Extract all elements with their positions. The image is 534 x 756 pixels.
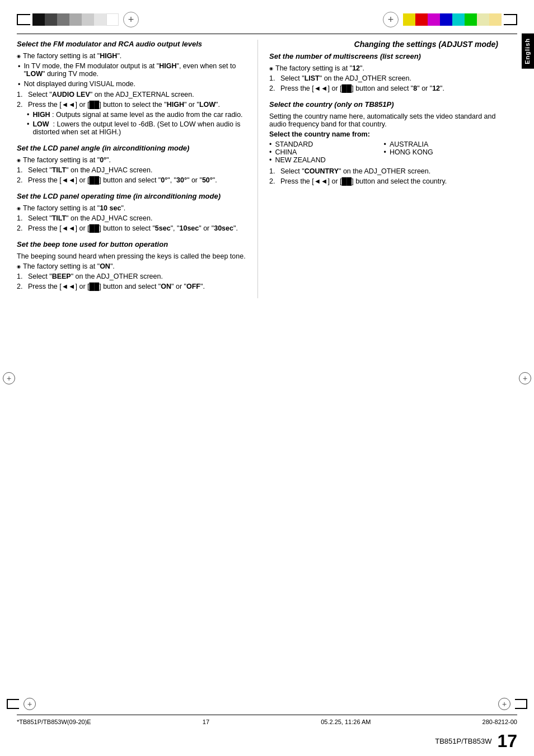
swatch-magenta bbox=[428, 13, 440, 26]
bottom-left-marks: + bbox=[7, 698, 36, 710]
fm-modulator-factory-note: ◉ The factory setting is at "HIGH". bbox=[17, 52, 246, 60]
page-wrapper: English + + Select the FM modulator and … bbox=[0, 0, 534, 756]
country-grid: • STANDARD • AUSTRALIA • CHINA • HONG KO… bbox=[269, 140, 498, 164]
beep-step-2: 2. Press the [◄◄] or [██] button and sel… bbox=[17, 283, 246, 290]
swatch-pale-yellow bbox=[477, 13, 489, 26]
lcd-time-step-1: 1. Select "TILT" on the ADJ_HVAC screen. bbox=[17, 214, 246, 222]
footer-date: 05.2.25, 11:26 AM bbox=[321, 719, 371, 725]
swatch-white bbox=[106, 13, 119, 26]
corner-mark-bottom-left bbox=[7, 699, 19, 709]
lcd-time-step-2: 2. Press the [◄◄] or [██] button to sele… bbox=[17, 224, 246, 232]
beep-description: The beeping sound heard when pressing th… bbox=[17, 252, 246, 260]
reg-circle-top-right bbox=[383, 12, 399, 27]
country-step-1: 1. Select "COUNTRY" on the ADJ_OTHER scr… bbox=[269, 167, 498, 175]
fm-modulator-heading: Select the FM modulator and RCA audio ou… bbox=[17, 40, 246, 49]
country-step-2: 2. Press the [◄◄] or [██] button and sel… bbox=[269, 177, 498, 185]
section-fm-modulator: Select the FM modulator and RCA audio ou… bbox=[17, 40, 246, 136]
section-lcd-angle: Set the LCD panel angle (in aircondition… bbox=[17, 144, 246, 184]
beep-factory-note: ◉ The factory setting is at "ON". bbox=[17, 262, 246, 270]
left-corner-mark-top bbox=[17, 14, 30, 25]
footer-row: *TB851P/TB853W(09-20)E 17 05.2.25, 11:26… bbox=[0, 715, 534, 729]
swatch-near-white bbox=[94, 13, 106, 26]
country-list-label: Select the country name from: bbox=[269, 130, 498, 138]
right-color-bar bbox=[403, 13, 502, 26]
footer-model-file: *TB851P/TB853W(09-20)E bbox=[17, 719, 91, 725]
country-standard: • STANDARD bbox=[269, 140, 384, 148]
section-lcd-time: Set the LCD panel operating time (in air… bbox=[17, 192, 246, 232]
reg-circle-top-left bbox=[123, 12, 139, 27]
swatch-mid-gray bbox=[57, 13, 69, 26]
lcd-angle-step-1: 1. Select "TILT" on the ADJ_HVAC screen. bbox=[17, 166, 246, 174]
mid-reg-circle-right: + bbox=[519, 372, 531, 384]
page-title-block: Changing the settings (ADJUST mode) bbox=[269, 40, 498, 49]
country-china: • CHINA bbox=[269, 148, 384, 156]
multiscreen-step-1: 1. Select "LIST" on the ADJ_OTHER screen… bbox=[269, 74, 498, 82]
multiscreen-heading: Set the number of multiscreens (list scr… bbox=[269, 52, 498, 62]
right-corner-mark-top bbox=[504, 14, 517, 25]
country-australia: • AUSTRALIA bbox=[384, 140, 499, 148]
fm-bullet-1: • In TV mode, the FM modulator output is… bbox=[17, 62, 246, 78]
country-heading: Select the country (only on TB851P) bbox=[269, 100, 498, 110]
multiscreen-step-2: 2. Press the [◄◄] or [██] button and sel… bbox=[269, 84, 498, 92]
beep-step-1: 1. Select "BEEP" on the ADJ_OTHER screen… bbox=[17, 273, 246, 280]
mid-reg-circle-left: + bbox=[3, 372, 15, 384]
section-beep: Set the beep tone used for button operat… bbox=[17, 240, 246, 290]
swatch-lighter-gray bbox=[82, 13, 94, 26]
fm-sub-low: • LOW : Lowers the output level to -6dB.… bbox=[17, 120, 246, 136]
footer-part-number: 280-8212-00 bbox=[483, 719, 517, 725]
swatch-black bbox=[32, 13, 45, 26]
lcd-time-heading: Set the LCD panel operating time (in air… bbox=[17, 192, 246, 201]
swatch-light-gray bbox=[69, 13, 82, 26]
lcd-angle-heading: Set the LCD panel angle (in aircondition… bbox=[17, 144, 246, 153]
left-color-bar bbox=[32, 13, 119, 26]
swatch-yellow bbox=[403, 13, 415, 26]
right-column: Changing the settings (ADJUST mode) Set … bbox=[257, 40, 498, 298]
swatch-dark-gray bbox=[45, 13, 57, 26]
footer-page-center: 17 bbox=[203, 719, 209, 725]
fm-step-1: 1. Select "AUDIO LEV" on the ADJ_EXTERNA… bbox=[17, 91, 246, 98]
fm-sub-high: • HIGH : Outputs signal at same level as… bbox=[17, 111, 246, 119]
section-multiscreen: Set the number of multiscreens (list scr… bbox=[269, 52, 498, 92]
bottom-reg-row: + + bbox=[0, 696, 534, 712]
model-ref: TB851P/TB853W bbox=[435, 737, 491, 745]
section-country: Select the country (only on TB851P) Sett… bbox=[269, 100, 498, 185]
lcd-angle-factory-note: ◉ The factory setting is at "0°". bbox=[17, 156, 246, 164]
swatch-red bbox=[415, 13, 428, 26]
corner-mark-bottom-right bbox=[515, 699, 527, 709]
lcd-time-factory-note: ◉ The factory setting is at "10 sec". bbox=[17, 204, 246, 212]
swatch-light-yellow bbox=[489, 13, 502, 26]
top-bar bbox=[0, 0, 534, 34]
country-new-zealand: • NEW ZEALAND bbox=[269, 156, 384, 164]
page-title: Changing the settings (ADJUST mode) bbox=[354, 40, 498, 49]
reg-circle-bottom-right: + bbox=[498, 698, 510, 710]
top-right-marks bbox=[378, 12, 517, 27]
bottom-right-marks: + bbox=[498, 698, 527, 710]
swatch-blue bbox=[440, 13, 452, 26]
page-number: 17 bbox=[497, 731, 517, 752]
page-number-block: TB851P/TB853W 17 bbox=[0, 729, 534, 756]
country-hong-kong: • HONG KONG bbox=[384, 148, 499, 156]
swatch-green bbox=[465, 13, 477, 26]
top-left-marks bbox=[17, 12, 143, 27]
reg-circle-bottom-left: + bbox=[24, 698, 36, 710]
multiscreen-factory-note: ◉ The factory setting is at "12". bbox=[269, 64, 498, 72]
lcd-angle-step-2: 2. Press the [◄◄] or [██] button and sel… bbox=[17, 176, 246, 184]
swatch-cyan bbox=[452, 13, 465, 26]
main-content: Select the FM modulator and RCA audio ou… bbox=[0, 34, 534, 298]
bottom-area: + + *TB851P/TB853W(09-20)E 17 05.2.25, 1… bbox=[0, 696, 534, 756]
fm-step-2: 2. Press the [◄◄] or [██] button to sele… bbox=[17, 101, 246, 109]
beep-heading: Set the beep tone used for button operat… bbox=[17, 240, 246, 250]
country-description: Setting the country name here, automatic… bbox=[269, 112, 498, 128]
left-column: Select the FM modulator and RCA audio ou… bbox=[17, 40, 257, 298]
fm-bullet-2: • Not displayed during VISUAL mode. bbox=[17, 80, 246, 88]
